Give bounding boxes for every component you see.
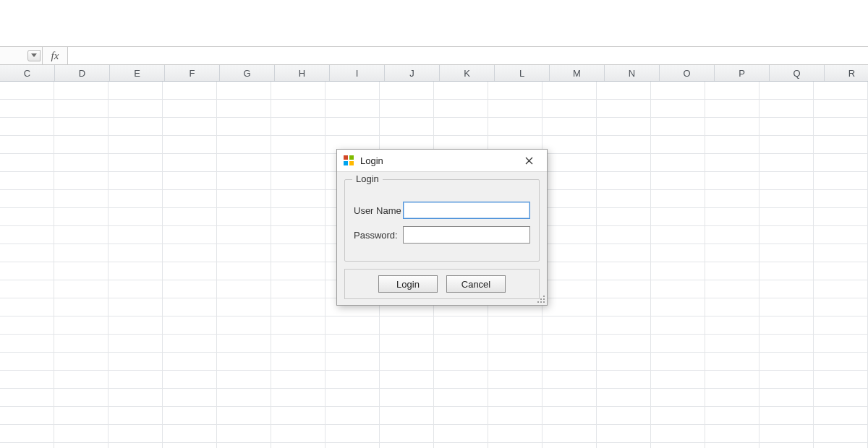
username-label: User Name <box>354 205 403 216</box>
column-header[interactable]: G <box>220 65 275 81</box>
insert-function-button[interactable]: fx <box>43 47 68 64</box>
dialog-title: Login <box>360 155 515 166</box>
column-header[interactable]: R <box>825 65 868 81</box>
svg-rect-0 <box>344 155 348 160</box>
column-header[interactable]: H <box>275 65 330 81</box>
column-header[interactable]: Q <box>770 65 825 81</box>
column-header[interactable]: N <box>605 65 660 81</box>
svg-rect-5 <box>540 298 542 300</box>
column-header-row: C D E F G H I J K L M N O P Q R <box>0 65 868 82</box>
resize-grip[interactable] <box>536 294 546 304</box>
login-dialog: Login Login User Name Password: Login Ca… <box>336 149 548 306</box>
password-input[interactable] <box>403 226 530 244</box>
svg-rect-2 <box>344 161 348 165</box>
column-header[interactable]: I <box>330 65 385 81</box>
close-icon <box>525 157 533 165</box>
svg-rect-9 <box>543 301 545 303</box>
column-header[interactable]: O <box>660 65 715 81</box>
name-box[interactable] <box>0 47 43 64</box>
dialog-titlebar[interactable]: Login <box>337 150 547 172</box>
column-header[interactable]: E <box>110 65 165 81</box>
column-header[interactable]: M <box>550 65 605 81</box>
svg-rect-8 <box>540 301 542 303</box>
dialog-body: Login User Name Password: Login Cancel <box>337 172 547 305</box>
svg-rect-7 <box>537 301 539 303</box>
column-header[interactable]: C <box>0 65 55 81</box>
username-input[interactable] <box>403 202 530 219</box>
svg-rect-3 <box>349 161 354 165</box>
formula-input[interactable] <box>68 47 868 64</box>
column-header[interactable]: J <box>385 65 440 81</box>
svg-rect-6 <box>543 298 545 300</box>
svg-rect-1 <box>349 155 354 160</box>
ribbon-placeholder <box>0 0 868 46</box>
groupbox-legend: Login <box>352 173 383 184</box>
cancel-button[interactable]: Cancel <box>446 275 506 293</box>
column-header[interactable]: D <box>55 65 110 81</box>
password-label: Password: <box>354 230 403 241</box>
name-box-dropdown-icon[interactable] <box>27 50 41 61</box>
column-header[interactable]: L <box>495 65 550 81</box>
login-button[interactable]: Login <box>378 275 438 293</box>
column-header[interactable]: P <box>715 65 770 81</box>
fx-icon: fx <box>51 50 59 62</box>
username-row: User Name <box>354 202 530 219</box>
dialog-button-panel: Login Cancel <box>344 269 540 299</box>
password-row: Password: <box>354 226 530 244</box>
column-header[interactable]: K <box>440 65 495 81</box>
formula-bar: fx <box>0 46 868 65</box>
form-icon <box>343 155 354 166</box>
svg-rect-4 <box>543 296 545 297</box>
close-button[interactable] <box>515 152 542 169</box>
login-groupbox: Login User Name Password: <box>344 179 540 262</box>
column-header[interactable]: F <box>165 65 220 81</box>
